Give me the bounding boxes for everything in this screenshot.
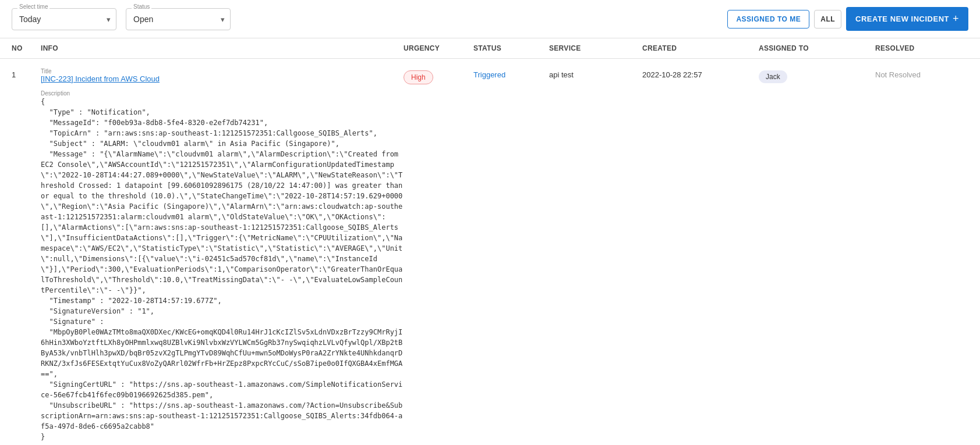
status-cell: Triggered bbox=[473, 68, 549, 79]
created-value: 2022-10-28 22:57 bbox=[642, 70, 702, 79]
status-value: Triggered bbox=[473, 70, 505, 79]
plus-icon: + bbox=[953, 13, 959, 25]
col-created: CREATED bbox=[642, 44, 759, 52]
table-row: 1 Title [INC-223] Incident from AWS Clou… bbox=[0, 59, 980, 445]
select-time-label: Select time bbox=[17, 3, 49, 10]
assigned-to-cell: Jack bbox=[759, 68, 875, 83]
desc-content: { "Type" : "Notification", "MessageId": … bbox=[41, 97, 404, 442]
status-input[interactable]: OpenClosedAll bbox=[126, 8, 231, 30]
status-wrapper: Status OpenClosedAll ▾ bbox=[126, 8, 231, 30]
table-header: NO INFO URGENCY STATUS SERVICE CREATED A… bbox=[0, 38, 980, 59]
title-group: Title [INC-223] Incident from AWS Cloud bbox=[41, 68, 404, 83]
table-body: 1 Title [INC-223] Incident from AWS Clou… bbox=[0, 59, 980, 445]
service-cell: api test bbox=[549, 68, 642, 79]
col-info: INFO bbox=[41, 44, 404, 52]
create-new-incident-button[interactable]: CREATE NEW INCIDENT + bbox=[846, 7, 968, 31]
resolved-value: Not Resolved bbox=[875, 70, 921, 79]
title-label: Title bbox=[41, 68, 404, 74]
select-time-wrapper: Select time TodayYesterdayLast 7 DaysLas… bbox=[12, 8, 116, 30]
row-no: 1 bbox=[12, 68, 41, 79]
filter-group: Select time TodayYesterdayLast 7 DaysLas… bbox=[12, 8, 718, 30]
desc-label: Description bbox=[41, 90, 404, 97]
urgency-cell: High bbox=[404, 68, 473, 84]
incident-title-link[interactable]: [INC-223] Incident from AWS Cloud bbox=[41, 74, 160, 83]
desc-group: Description { "Type" : "Notification", "… bbox=[41, 88, 404, 445]
select-time-input[interactable]: TodayYesterdayLast 7 DaysLast 30 DaysCus… bbox=[12, 8, 116, 30]
created-cell: 2022-10-28 22:57 bbox=[642, 68, 759, 79]
topbar-right: ASSIGNED TO ME ALL CREATE NEW INCIDENT + bbox=[727, 7, 968, 31]
incident-info: Title [INC-223] Incident from AWS Cloud … bbox=[41, 68, 404, 445]
topbar: Select time TodayYesterdayLast 7 DaysLas… bbox=[0, 0, 980, 38]
create-new-incident-label: CREATE NEW INCIDENT bbox=[855, 15, 949, 23]
col-resolved: RESOLVED bbox=[875, 44, 968, 52]
col-no: NO bbox=[12, 44, 41, 52]
col-status: STATUS bbox=[473, 44, 549, 52]
col-service: SERVICE bbox=[549, 44, 642, 52]
assigned-badge: Jack bbox=[759, 70, 787, 83]
col-urgency: URGENCY bbox=[404, 44, 473, 52]
urgency-badge: High bbox=[404, 70, 433, 84]
assigned-to-me-button[interactable]: ASSIGNED TO ME bbox=[727, 10, 809, 29]
resolved-cell: Not Resolved bbox=[875, 68, 968, 79]
status-label: Status bbox=[132, 3, 151, 10]
service-value: api test bbox=[549, 70, 574, 79]
all-button[interactable]: ALL bbox=[814, 10, 841, 29]
col-assigned-to: ASSIGNED TO bbox=[759, 44, 875, 52]
